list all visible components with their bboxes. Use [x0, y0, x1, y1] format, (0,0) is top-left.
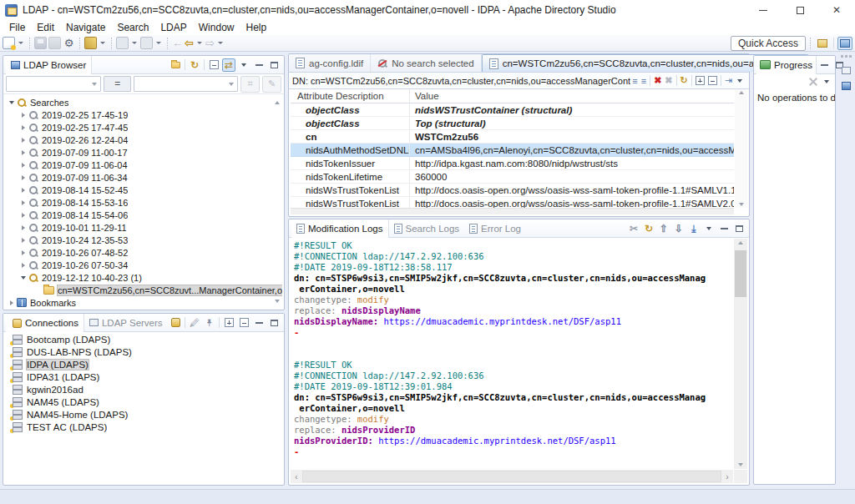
forward-dropdown-icon[interactable]: [218, 42, 223, 44]
tree-item-search[interactable]: 2019-10-01 11-29-11: [5, 221, 282, 234]
minimize-button[interactable]: [745, 0, 782, 20]
tree-scroll-up-icon[interactable]: [272, 98, 282, 108]
older-log-icon[interactable]: ⇧: [657, 222, 670, 235]
attribute-row[interactable]: nidsTokenIssuerhttp://idpa.kgast.nam.com…: [291, 157, 734, 170]
tree-item-search[interactable]: 2019-08-14 15-53-16: [5, 196, 282, 209]
delete-attribute-icon[interactable]: ✖: [654, 75, 661, 86]
back-icon[interactable]: ⇦: [185, 38, 194, 49]
newer-log-icon[interactable]: ⇩: [672, 222, 686, 235]
tree-item-search[interactable]: 2019-08-14 15-52-45: [5, 184, 282, 196]
chevron-right-icon[interactable]: [18, 125, 28, 130]
progress-menu-icon[interactable]: [822, 75, 832, 88]
cancel-operation-icon[interactable]: [808, 77, 818, 87]
new-search-icon[interactable]: [84, 37, 97, 49]
logs-menu-icon[interactable]: [702, 222, 716, 235]
new-ldif-icon[interactable]: [3, 37, 15, 49]
minimize-view-icon[interactable]: [717, 222, 731, 235]
ldap-perspective-button[interactable]: [837, 37, 852, 50]
chevron-right-icon[interactable]: [18, 150, 28, 155]
expand-all-icon[interactable]: [222, 316, 235, 330]
tree-item-search[interactable]: 2019-07-09 11-06-34: [5, 171, 282, 184]
restore-browser-view-icon[interactable]: [839, 78, 853, 93]
quick-search-attribute-combo[interactable]: [6, 76, 101, 92]
strip-drag-handle[interactable]: [841, 55, 852, 60]
edit-location-dropdown-icon[interactable]: [132, 42, 137, 44]
minimize-view-icon[interactable]: [252, 316, 266, 330]
chevron-right-icon[interactable]: [18, 238, 28, 243]
connection-item[interactable]: TEST AC (LDAPS): [5, 421, 282, 433]
refresh-icon[interactable]: ↻: [188, 58, 201, 72]
attribute-row[interactable]: cnWSTCm2zu56: [291, 130, 734, 144]
expand-all-icon[interactable]: [695, 75, 706, 86]
view-menu-icon[interactable]: [237, 58, 250, 72]
tree-item-search[interactable]: 2019-10-26 07-48-52: [5, 246, 282, 259]
restore-outline-view-icon[interactable]: [839, 63, 853, 78]
quick-filter-icon[interactable]: ⇥: [725, 75, 732, 86]
minimize-view-icon[interactable]: [252, 58, 266, 72]
tree-item-search[interactable]: 2019-02-26 12-24-04: [5, 134, 282, 146]
chevron-down-icon[interactable]: [7, 101, 17, 104]
maximize-view-icon[interactable]: [267, 316, 281, 330]
tab-connections[interactable]: Connections: [6, 314, 84, 332]
chevron-right-icon[interactable]: [18, 263, 28, 268]
chevron-down-icon[interactable]: [18, 276, 28, 280]
maximize-view-icon[interactable]: [267, 58, 281, 72]
attribute-row[interactable]: objectClassnidsWSTrustContainer (structu…: [291, 103, 734, 117]
tree-item-search[interactable]: 2019-07-09 11-06-04: [5, 159, 282, 171]
quick-search-operator-combo[interactable]: =: [104, 76, 131, 92]
scrollbar-thumb[interactable]: [735, 250, 746, 297]
tab-error-log[interactable]: Error Log: [464, 219, 526, 238]
menu-help[interactable]: Help: [240, 21, 272, 34]
connection-item[interactable]: Bootcamp (LDAPS): [5, 333, 282, 345]
editor-tab[interactable]: No search selected: [371, 54, 481, 72]
chevron-right-icon[interactable]: [18, 163, 28, 168]
connection-item[interactable]: kgwin2016ad: [5, 383, 282, 396]
tree-item-search[interactable]: 2019-02-25 17-47-45: [5, 121, 282, 134]
editor-tab[interactable]: ag-config.ldif: [289, 54, 371, 72]
delete-value-icon[interactable]: ✖: [665, 75, 672, 86]
chevron-right-icon[interactable]: [18, 225, 28, 230]
print-icon[interactable]: [48, 37, 61, 49]
open-search-dialog-icon[interactable]: [169, 58, 182, 72]
last-edit-location-icon[interactable]: [116, 37, 129, 49]
annotation-dropdown-icon[interactable]: [156, 42, 161, 44]
log-horizontal-scrollbar[interactable]: ‹ ›: [291, 470, 733, 483]
show-values-icon[interactable]: ≡: [641, 76, 646, 86]
attribute-row[interactable]: nidsWsTrustTokenListhttp://docs.oasis-op…: [291, 197, 734, 208]
new-dropdown-icon[interactable]: [18, 42, 23, 44]
refresh-icon[interactable]: ↻: [680, 75, 688, 86]
tab-ldap-browser[interactable]: LDAP Browser: [6, 56, 92, 74]
modification-log-text[interactable]: #!RESULT OK#!CONNECTION ldap://147.2.92.…: [291, 239, 733, 469]
chevron-right-icon[interactable]: [18, 200, 28, 205]
chevron-right-icon[interactable]: [18, 175, 28, 180]
chevron-right-icon[interactable]: [18, 250, 28, 255]
attribute-row[interactable]: nidsAuthMethodSetDNListcn=AMSba4l96,cn=A…: [291, 144, 734, 157]
connection-item[interactable]: IDPA (LDAPS): [5, 358, 282, 370]
attribute-row[interactable]: objectClassTop (structural): [291, 117, 734, 130]
tree-item-search[interactable]: 2019-10-26 07-50-34: [5, 259, 282, 271]
collapse-all-icon[interactable]: [237, 316, 250, 330]
connect-icon[interactable]: 🖉: [188, 316, 201, 330]
attribute-row[interactable]: nidsTokenLifetime360000: [291, 170, 734, 184]
table-vertical-scrollbar[interactable]: [735, 89, 747, 208]
minimize-view-icon[interactable]: [817, 58, 831, 72]
attribute-row[interactable]: nidsWsTrustTokenListhttp://docs.oasis-op…: [291, 184, 734, 197]
tree-item-bookmarks[interactable]: Bookmarks: [5, 296, 282, 308]
disconnect-icon[interactable]: 🖈: [203, 316, 216, 330]
tab-progress[interactable]: Progress: [756, 56, 817, 74]
clear-log-icon[interactable]: ✂: [627, 222, 640, 235]
table-horizontal-scrollbar[interactable]: [291, 208, 734, 214]
menu-search[interactable]: Search: [111, 21, 154, 34]
tab-ldap-servers[interactable]: LDAP Servers: [84, 314, 168, 332]
scroll-left-icon[interactable]: ‹: [291, 472, 302, 481]
quick-access-button[interactable]: Quick Access: [731, 36, 806, 51]
chevron-right-icon[interactable]: [7, 300, 17, 305]
back-disabled-icon[interactable]: ←: [172, 38, 183, 49]
log-vertical-scrollbar[interactable]: [734, 239, 747, 469]
search-dropdown-icon[interactable]: [100, 42, 105, 44]
tree-scroll-down-icon[interactable]: [272, 296, 282, 306]
quick-search-value-combo[interactable]: [134, 76, 238, 92]
menu-window[interactable]: Window: [193, 21, 240, 34]
scrollbar-thumb[interactable]: [302, 471, 721, 482]
chevron-right-icon[interactable]: [18, 138, 28, 143]
